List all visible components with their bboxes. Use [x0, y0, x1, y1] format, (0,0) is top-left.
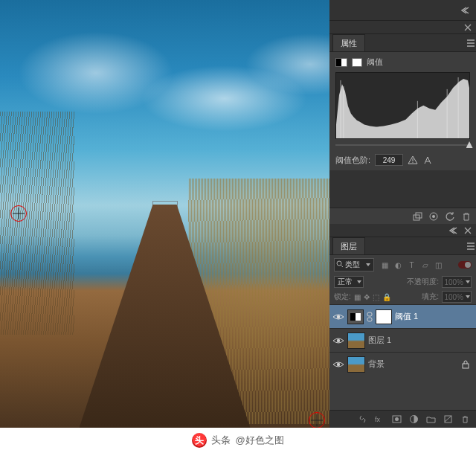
shape-filter-icon[interactable]: ▱ — [420, 260, 430, 270]
properties-tab-strip: 属性 — [329, 34, 476, 52]
blend-opacity-row: 正常 不透明度: 100% — [329, 274, 476, 289]
layers-panel-body: 类型 ▦ ◐ T ▱ ◫ 正常 不透明度: 100% — [329, 255, 476, 376]
photo-reeds-left — [0, 112, 74, 335]
layers-tab-strip: 图层 — [329, 237, 476, 255]
svg-point-21 — [395, 417, 399, 421]
layers-panel-footer: fx — [329, 410, 476, 428]
adjustment-thumbnail[interactable] — [347, 309, 364, 324]
pixel-filter-icon[interactable]: ▦ — [380, 260, 390, 270]
svg-rect-14 — [367, 312, 372, 316]
document-canvas[interactable] — [0, 0, 329, 428]
svg-point-11 — [337, 261, 341, 266]
svg-point-16 — [337, 338, 340, 341]
toutiao-logo-icon: 头 — [192, 433, 207, 448]
eye-icon[interactable] — [332, 359, 344, 370]
tab-layers[interactable]: 图层 — [332, 237, 365, 254]
threshold-label: 阈值色阶: — [335, 155, 370, 166]
svg-text:fx: fx — [375, 416, 381, 423]
new-layer-icon[interactable] — [443, 414, 453, 424]
right-panel-dock: 属性 阈值 阈值色阶: — [329, 0, 476, 428]
svg-point-13 — [337, 315, 340, 318]
threshold-adjustment-icon — [335, 58, 347, 67]
layer-row-1[interactable]: 图层 1 — [329, 328, 476, 352]
warning-icon[interactable] — [408, 155, 418, 164]
view-previous-icon[interactable] — [428, 211, 439, 222]
opacity-input[interactable]: 100% — [442, 276, 472, 288]
threshold-histogram — [335, 72, 470, 139]
layer-row-background[interactable]: 背景 — [329, 352, 476, 376]
blend-mode-select[interactable]: 正常 — [334, 276, 364, 288]
collapse-icon[interactable] — [461, 5, 472, 16]
lock-all-icon[interactable]: 🔒 — [382, 293, 391, 301]
lock-position-icon[interactable]: ✥ — [364, 293, 370, 301]
threshold-slider[interactable] — [335, 142, 470, 148]
menu-icon[interactable] — [466, 241, 476, 251]
close-icon[interactable] — [464, 227, 472, 234]
fill-input[interactable]: 100% — [442, 291, 472, 303]
opacity-label: 不透明度: — [407, 277, 439, 287]
layers-list: 阈值 1 图层 1 背景 — [329, 304, 476, 376]
color-sampler-1[interactable] — [10, 205, 27, 222]
layer-filter-row: 类型 ▦ ◐ T ▱ ◫ — [329, 255, 476, 274]
smart-filter-icon[interactable]: ◫ — [434, 260, 443, 270]
layer-thumbnail[interactable] — [347, 332, 365, 349]
mask-icon[interactable] — [392, 414, 402, 424]
properties-panel-footer — [329, 208, 476, 224]
fill-value: 100% — [444, 293, 463, 301]
watermark-bar: 头 头条 @好色之图 — [0, 428, 476, 453]
properties-collapse-bar — [329, 21, 476, 34]
auto-icon[interactable] — [422, 155, 433, 164]
mask-thumbnail[interactable] — [376, 309, 392, 324]
adjustment-icon[interactable] — [409, 414, 419, 424]
svg-point-6 — [412, 162, 413, 163]
layer-thumbnail[interactable] — [347, 356, 365, 373]
close-icon[interactable] — [464, 24, 472, 31]
layer-mask-icon[interactable] — [352, 58, 362, 67]
adjustment-filter-icon[interactable]: ◐ — [393, 260, 403, 270]
svg-point-10 — [432, 215, 435, 218]
folder-icon[interactable] — [426, 414, 436, 424]
clip-icon[interactable] — [412, 211, 422, 222]
lock-pixels-icon[interactable]: ▦ — [354, 293, 361, 301]
eye-icon[interactable] — [332, 311, 344, 323]
lock-fill-row: 锁定: ▦ ✥ ⬚ 🔒 填充: 100% — [329, 289, 476, 304]
properties-dock-bar — [329, 0, 476, 21]
svg-rect-15 — [367, 318, 372, 321]
trash-icon[interactable] — [460, 414, 470, 424]
threshold-input-row: 阈值色阶: — [335, 154, 470, 166]
adjustment-header: 阈值 — [335, 57, 470, 68]
layer-name[interactable]: 背景 — [368, 359, 458, 370]
watermark-author: @好色之图 — [235, 434, 283, 447]
threshold-value-input[interactable] — [375, 154, 403, 166]
opacity-value: 100% — [444, 278, 463, 286]
menu-icon[interactable] — [466, 38, 476, 48]
collapse-icon[interactable] — [449, 225, 460, 236]
text-filter-icon[interactable]: T — [407, 260, 416, 270]
link-icon[interactable] — [358, 414, 367, 424]
eye-icon[interactable] — [332, 335, 344, 347]
layer-row-threshold[interactable]: 阈值 1 — [329, 304, 476, 328]
watermark-prefix: 头条 — [211, 434, 231, 447]
link-icon[interactable] — [367, 312, 373, 322]
adjustment-name: 阈值 — [367, 57, 383, 68]
lock-label: 锁定: — [334, 292, 351, 302]
reset-icon[interactable] — [445, 211, 455, 222]
fill-label: 填充: — [422, 292, 439, 302]
svg-rect-18 — [463, 364, 469, 368]
blend-mode-label: 正常 — [338, 277, 353, 287]
svg-point-17 — [337, 362, 340, 365]
layer-name[interactable]: 图层 1 — [368, 335, 473, 346]
properties-panel-body: 阈值 阈值色阶: — [329, 52, 476, 170]
trash-icon[interactable] — [461, 211, 472, 222]
layer-filter-kind-select[interactable]: 类型 — [334, 258, 374, 272]
layer-name[interactable]: 阈值 1 — [395, 311, 473, 322]
fx-icon[interactable]: fx — [375, 414, 385, 424]
tab-properties[interactable]: 属性 — [332, 34, 365, 51]
color-sampler-2[interactable] — [309, 412, 325, 428]
layers-collapse-bar — [329, 224, 476, 237]
svg-line-12 — [341, 266, 344, 268]
lock-artboard-icon[interactable]: ⬚ — [373, 293, 379, 301]
layer-filter-kind-label: 类型 — [345, 260, 360, 270]
layer-filter-toggle[interactable] — [458, 261, 472, 269]
lock-icon[interactable] — [461, 360, 470, 369]
